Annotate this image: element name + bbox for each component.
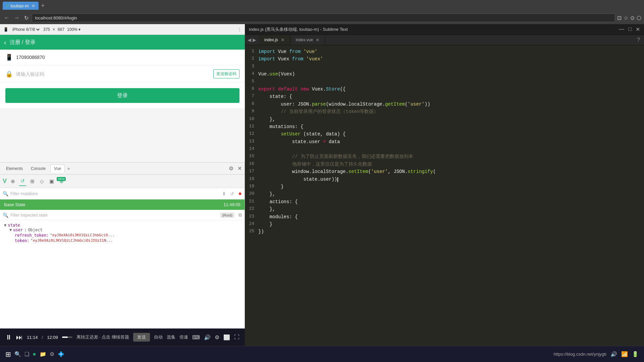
phone-input[interactable] [16,55,239,60]
user-key: user [13,228,23,232]
more-options-icon[interactable]: ⋮ [237,27,241,32]
line-content-22: }, [258,205,644,213]
code-line-7: 7 state: { [245,93,644,100]
code-editor[interactable]: 1 import Vue from 'vue' 2 import Vuex fr… [245,45,644,362]
active-tab[interactable]: V toutiao-m ✕ [3,2,39,10]
volume-icon[interactable]: 🔊 [204,334,211,341]
record-mutations-icon[interactable]: ● [238,190,242,197]
state-search-bar: 🔍 (Root) ⧉ [0,210,245,220]
line-content-3 [258,63,644,70]
taskbar-sublime-icon[interactable]: 💠 [58,351,64,357]
send-code-button[interactable]: 发送验证码 [213,69,239,78]
export-mutations-icon[interactable]: ⬇ [222,191,226,196]
code-line-21: 21 actions: { [245,198,644,205]
maximize-button[interactable]: □ [628,26,632,33]
line-content-13: state.user = data [258,138,644,145]
code-line-9: 9 // 当前登录用户的登录状态（token等数据） [245,108,644,115]
cast-icon[interactable]: ⊡ [617,15,622,21]
taskbar: ⊞ 🔍 ❑ ● 📁 ⚙ 💠 https://blog.csdn.net/ynjy… [0,346,644,362]
extension-icon[interactable]: ⬡ [637,15,641,21]
close-devtools-icon[interactable]: ✕ [237,165,242,172]
line-content-21: actions: { [258,198,644,205]
taskbar-network-icon[interactable]: 📶 [621,351,628,357]
task-view-icon[interactable]: ❑ [24,351,29,357]
filter-state-icon[interactable]: ⧉ [238,212,242,218]
keyboard-icon[interactable]: ⌨ [192,334,200,341]
help-button[interactable]: ? [633,37,644,43]
taskbar-explorer-icon[interactable]: 📁 [40,351,46,357]
collection-label[interactable]: 选集 [167,334,175,340]
code-line-18: 18 state.user)) [245,176,644,183]
nav-back-button[interactable]: ← [3,14,11,21]
sublime-tab-row: ◀ ▶ index.js ✕ index.vue ✕ ? [245,35,644,45]
new-tab-button[interactable]: + [41,2,45,9]
line-num-3: 3 [245,63,258,70]
tab-elements[interactable]: Elements [3,165,26,172]
code-line-10: 10 }, [245,116,644,123]
state-section-toggle[interactable]: ▼ state [4,223,240,228]
component-tree-icon[interactable]: ⊕ [9,177,16,186]
address-bar[interactable] [32,13,615,22]
refresh-token-row: refresh_token: "eyJ0eXAiOiJKV1QiLCJhbGci… [15,233,240,238]
device-select[interactable]: iPhone 6/7/8 [11,27,41,32]
sublime-tab-indexvue[interactable]: index.vue ✕ [290,35,325,45]
mutation-entry[interactable]: Base State 11:49:05 [0,199,245,210]
line-num-25: 25 [245,228,258,235]
sublime-tab-indexjs[interactable]: index.js ✕ [259,35,290,45]
bookmark-icon[interactable]: ☆ [624,15,628,21]
line-content-10: }, [258,116,644,123]
tab-indexvue-close[interactable]: ✕ [316,37,320,43]
taskbar-chrome-icon[interactable]: ● [33,351,36,358]
code-input[interactable] [16,71,210,77]
user-object-toggle[interactable]: ▼ user : Object [9,228,240,232]
code-line-8: 8 user: JSON.parse(window.localStorage.g… [245,101,644,108]
progress-bar[interactable] [62,337,72,338]
code-line-3: 3 [245,63,644,70]
close-window-button[interactable]: ✕ [636,26,640,33]
event-icon[interactable]: ◇ [39,177,45,186]
settings-video-icon[interactable]: ⚙ [215,334,219,341]
next-video-button[interactable]: ⏭ [16,334,23,341]
browser-toolbar: ← → ↻ ⊡ ☆ ⊙ ⬡ [0,11,644,24]
user-arrow: ▼ [9,228,12,232]
vuex-icon[interactable]: ↺ [19,177,26,186]
arrow-left-icon[interactable]: ◀ [248,37,251,43]
tab-vue[interactable]: Vue [50,165,65,173]
auto-label[interactable]: 自动 [154,334,163,340]
settings-vue-icon[interactable]: ⊕NEW [58,177,65,186]
search-mutations-icon: 🔍 [3,191,8,196]
taskbar-sound-icon[interactable]: 🔊 [610,351,617,357]
speed-label[interactable]: 倍速 [179,334,188,340]
back-button[interactable]: ‹ [4,39,6,46]
state-search-input[interactable] [10,213,218,218]
taskbar-settings-icon[interactable]: ⚙ [50,351,54,357]
perf-icon[interactable]: ▣ [48,177,55,186]
start-button[interactable]: ⊞ [5,350,11,358]
window-controls: — □ ✕ [619,26,640,33]
arrow-right-icon[interactable]: ▶ [253,37,256,43]
token-row: token: "eyJ0eXAiOiJKV1QiLCJhbGciOiJIUzI1… [15,238,240,243]
settings-icon[interactable]: ⚙ [229,165,233,172]
nav-forward-button[interactable]: → [13,14,21,21]
send-barrage-button[interactable]: 发送 [133,333,150,342]
nav-refresh-button[interactable]: ↻ [23,14,30,22]
more-tabs-icon[interactable]: » [67,166,70,171]
tab-console[interactable]: Console [28,165,49,172]
token-key: token: [15,238,29,243]
line-num-19: 19 [245,183,258,190]
pip-icon[interactable]: ⬜ [223,334,230,341]
line-num-20: 20 [245,190,258,197]
login-button[interactable]: 登录 [5,88,239,103]
line-num-8: 8 [245,101,258,108]
fullscreen-icon[interactable]: ⛶ [234,334,239,340]
tab-indexjs-close[interactable]: ✕ [281,37,285,43]
pause-button[interactable]: ⏸ [5,334,12,341]
router-icon[interactable]: ⊞ [29,177,36,186]
clear-mutations-icon[interactable]: ↺ [230,191,234,196]
taskbar-power-icon[interactable]: 🔋 [632,351,639,357]
mutations-search-input[interactable] [10,191,220,196]
profile-icon[interactable]: ⊙ [630,15,635,21]
tab-close-icon[interactable]: ✕ [32,3,35,8]
search-taskbar-icon[interactable]: 🔍 [14,351,21,357]
minimize-button[interactable]: — [619,26,624,33]
